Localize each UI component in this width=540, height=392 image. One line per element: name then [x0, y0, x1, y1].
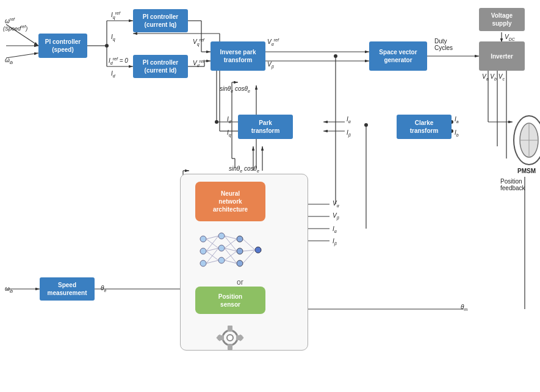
- svg-point-65: [200, 260, 206, 266]
- theta-m-label: θm: [461, 304, 467, 312]
- svg-point-63: [200, 236, 206, 242]
- omega-ib-top-label: ωib: [5, 57, 13, 65]
- svg-point-58: [364, 123, 368, 127]
- svg-line-78: [206, 248, 218, 263]
- svg-line-87: [243, 239, 255, 250]
- ia-clarke-label: Ia: [455, 116, 459, 124]
- svg-line-85: [225, 251, 237, 260]
- svg-rect-92: [228, 326, 232, 332]
- nn-ib-label: Iβ: [333, 238, 337, 246]
- park-block: Parktransform: [238, 115, 293, 139]
- svg-line-82: [225, 239, 237, 248]
- pi-iq-block: PI controller (current Iq): [133, 9, 188, 32]
- speed-measurement-block: Speedmeasurement: [40, 277, 95, 301]
- neural-network-block: Neuralnetworkarchitecture: [195, 182, 265, 221]
- pi-speed-block: PI controller (speed): [38, 34, 87, 58]
- diagram-container: PI controller (speed) PI controller (cur…: [0, 0, 540, 392]
- vdc-label: VDC: [505, 34, 515, 41]
- pmsm-motor: [513, 113, 540, 168]
- iq-ref-label: Iqref: [111, 11, 120, 20]
- va-vb-vc-label: Va Vb Vc: [482, 73, 505, 81]
- nn-vb-label: Vβ: [333, 212, 339, 220]
- svg-point-62: [215, 120, 218, 124]
- id-ref-label: Idref = 0: [109, 57, 128, 65]
- ia-park-label: Iα: [347, 116, 351, 124]
- svg-point-70: [237, 248, 243, 254]
- sin-cos-top-label: sinθe cosθe: [220, 85, 250, 93]
- svg-point-64: [200, 248, 206, 254]
- ib-park-label: Iβ: [347, 129, 351, 137]
- position-feedback-label: Positionfeedback: [500, 178, 525, 191]
- gear-icon: [211, 318, 250, 358]
- svg-line-75: [206, 236, 218, 251]
- inverter-block: Inverter: [479, 41, 525, 71]
- svg-point-71: [237, 260, 243, 266]
- clarke-block: Clarketransform: [397, 115, 452, 139]
- ib-clarke-label: Ib: [455, 129, 459, 137]
- duty-cycles-label: DutyCycles: [434, 38, 453, 51]
- pmsm-label: PMSM: [517, 168, 536, 174]
- vd-ref-label: Vdref: [193, 59, 204, 68]
- or-label: or: [237, 278, 243, 287]
- sin-cos-bot-label: sinθe cosθe: [229, 165, 259, 173]
- neural-net-diagram: [194, 227, 267, 273]
- nn-va-label: Vα: [333, 200, 339, 208]
- svg-point-91: [227, 335, 233, 341]
- va-ref-label: Vαref: [267, 38, 279, 46]
- iq-feedback-label: Iq: [111, 34, 115, 41]
- svg-point-66: [218, 233, 225, 239]
- id-feedback-label: Id: [111, 70, 115, 78]
- voltage-supply-block: Voltagesupply: [479, 8, 525, 31]
- svg-point-68: [218, 257, 225, 263]
- svg-line-88: [243, 250, 255, 251]
- vq-ref-label: Vqref: [193, 38, 204, 46]
- svg-point-59: [105, 44, 109, 48]
- position-sensor-block: Positionsensor: [195, 287, 265, 314]
- id-park-out-label: Id: [227, 116, 231, 124]
- inv-park-block: Inverse parktransform: [211, 41, 265, 71]
- svg-rect-93: [228, 344, 232, 350]
- svg-point-57: [334, 54, 337, 58]
- omega-ref-label: ωref: [5, 17, 15, 24]
- omega-ib-bottom-label: ωib: [5, 285, 13, 293]
- speed-ref-label: (Speedref): [3, 24, 27, 32]
- vb-label: Vβ: [267, 61, 274, 69]
- svg-point-67: [218, 245, 225, 251]
- space-vector-block: Space vectorgenerator: [369, 41, 427, 71]
- nn-ia-label: Iα: [333, 226, 337, 233]
- theta-e-label: θe: [101, 285, 106, 293]
- pi-id-block: PI controller (current Id): [133, 55, 188, 78]
- iq-park-out-label: Iq: [227, 129, 231, 137]
- svg-point-72: [255, 247, 261, 253]
- svg-point-69: [237, 236, 243, 242]
- svg-line-89: [243, 250, 255, 263]
